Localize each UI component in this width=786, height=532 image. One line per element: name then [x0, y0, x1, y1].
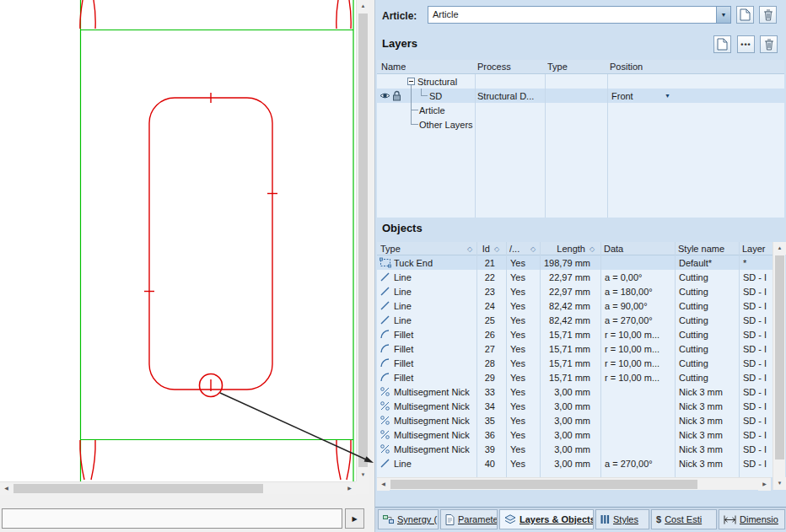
layers-column-position[interactable]: Position [610, 62, 643, 72]
object-cell-style: Nick 3 mm [679, 416, 737, 426]
parameters-icon [445, 514, 455, 525]
drawing-canvas[interactable]: ▲ ▼ ◀ ▶ [0, 0, 369, 494]
objects-vertical-scrollbar[interactable]: ▲ ▼ [773, 242, 785, 490]
object-cell-type: Fillet [394, 373, 475, 383]
objects-column-header-layer[interactable]: Layer [742, 244, 769, 254]
tab-cost-estimating[interactable]: $ Cost Esti [651, 509, 717, 529]
object-row-28[interactable]: Fillet28Yes15,71 mmr = 10,00 m...Cutting… [377, 356, 773, 370]
layer-row-article[interactable]: Article [419, 105, 445, 116]
sort-icon[interactable]: ◇ [467, 245, 472, 253]
object-cell-data: a = 270,00° [605, 459, 673, 469]
tab-layers-objects[interactable]: Layers & Objects [499, 509, 594, 529]
layers-column-name[interactable]: Name [381, 62, 406, 72]
lock-icon[interactable] [392, 90, 401, 103]
canvas-background [0, 0, 356, 481]
object-row-24[interactable]: Line24Yes82,42 mma = 90,00°CuttingSD - I [377, 298, 773, 313]
scroll-right-icon[interactable]: ▶ [758, 478, 771, 491]
chevron-down-icon[interactable]: ▼ [716, 7, 730, 23]
canvas-vertical-scrollbar[interactable]: ▲ ▼ [356, 0, 369, 481]
status-input[interactable] [2, 508, 342, 529]
objects-column-header-style[interactable]: Style name [678, 244, 735, 254]
scroll-down-icon[interactable]: ▼ [773, 477, 786, 490]
nick-icon [380, 443, 390, 456]
tab-synergy[interactable]: Synergy ( [378, 509, 439, 529]
object-cell-length: 3,00 mm [540, 387, 590, 397]
tree-expander-structural[interactable] [407, 78, 415, 85]
delete-layer-button[interactable] [760, 35, 778, 53]
tree-line [421, 95, 428, 96]
panel-divider[interactable] [369, 0, 375, 532]
object-cell-data: a = 0,00° [605, 272, 673, 282]
canvas-vertical-scroll-thumb[interactable] [358, 13, 368, 467]
object-row-25[interactable]: Line25Yes82,42 mma = 270,00°CuttingSD - … [377, 313, 773, 327]
scroll-right-icon[interactable]: ▶ [343, 482, 356, 495]
object-cell-layer: SD - I [743, 301, 771, 311]
layer-options-button[interactable]: ••• [737, 35, 755, 53]
layer-sd-position[interactable]: Front [611, 91, 633, 101]
object-row-21[interactable]: Tuck End21Yes198,79 mmDefault** [377, 255, 773, 270]
object-row-29[interactable]: Fillet29Yes15,71 mmr = 10,00 m...Cutting… [377, 370, 773, 384]
object-cell-layer: SD - I [743, 430, 771, 440]
layers-column-process[interactable]: Process [477, 62, 511, 72]
object-cell-data: a = 180,00° [605, 287, 673, 297]
tree-line [412, 110, 418, 110]
object-row-23[interactable]: Line23Yes22,97 mma = 180,00°CuttingSD - … [377, 284, 773, 298]
object-cell-id: 25 [476, 315, 495, 325]
object-cell-style: Nick 3 mm [679, 444, 737, 454]
new-layer-button[interactable] [713, 35, 731, 53]
object-row-36[interactable]: Multisegment Nick36Yes3,00 mmNick 3 mmSD… [377, 427, 773, 442]
objects-column-header-type[interactable]: Type [380, 244, 473, 254]
tab-styles[interactable]: Styles [595, 509, 649, 529]
article-combobox[interactable]: Article ▼ [428, 6, 731, 24]
object-cell-style: Nick 3 mm [679, 430, 737, 440]
objects-horizontal-scrollbar[interactable]: ◀ ▶ [377, 477, 771, 490]
object-cell-length: 15,71 mm [540, 344, 590, 354]
new-article-button[interactable] [736, 6, 754, 24]
scroll-up-icon[interactable]: ▲ [773, 242, 786, 255]
object-cell-length: 198,79 mm [540, 258, 590, 268]
objects-horizontal-scroll-thumb[interactable] [390, 480, 697, 489]
tab-label: Styles [613, 514, 638, 524]
canvas-horizontal-scroll-thumb[interactable] [13, 484, 263, 493]
sort-icon[interactable]: ◇ [494, 245, 499, 253]
scroll-up-icon[interactable]: ▲ [357, 0, 369, 13]
object-row-40[interactable]: Line40Yes3,00 mma = 270,00°Nick 3 mmSD -… [377, 456, 773, 470]
object-cell-layer: SD - I [743, 344, 771, 354]
layer-row-structural[interactable]: Structural [417, 77, 457, 87]
objects-vertical-scroll-thumb[interactable] [775, 255, 784, 459]
grid-line [506, 242, 507, 477]
object-row-27[interactable]: Fillet27Yes15,71 mmr = 10,00 m...Cutting… [377, 341, 773, 356]
layers-column-type[interactable]: Type [547, 62, 568, 72]
chevron-down-icon[interactable]: ▼ [665, 93, 670, 99]
object-cell-shown: Yes [510, 373, 538, 383]
tab-parameters[interactable]: Paramete [440, 509, 498, 529]
objects-column-header-length[interactable]: Length [540, 244, 585, 254]
scroll-left-icon[interactable]: ◀ [0, 482, 13, 495]
objects-column-header-data[interactable]: Data [604, 244, 671, 254]
object-row-33[interactable]: Multisegment Nick33Yes3,00 mmNick 3 mmSD… [377, 384, 773, 399]
layer-row-sd[interactable]: SD [429, 91, 442, 101]
sort-icon[interactable]: ◇ [530, 245, 536, 253]
sort-icon[interactable]: ◇ [590, 245, 595, 253]
delete-article-button[interactable] [759, 6, 777, 24]
status-go-button[interactable]: ▶ [345, 508, 364, 529]
scroll-left-icon[interactable]: ◀ [377, 478, 390, 491]
canvas-horizontal-scrollbar[interactable]: ◀ ▶ [0, 481, 356, 494]
object-cell-id: 39 [476, 444, 495, 454]
object-row-26[interactable]: Fillet26Yes15,71 mmr = 10,00 m...Cutting… [377, 327, 773, 341]
layer-row-other-layers[interactable]: Other Layers [419, 120, 473, 130]
tree-line [411, 85, 412, 125]
eye-icon[interactable] [380, 90, 390, 103]
grid-line [739, 242, 740, 477]
scroll-down-icon[interactable]: ▼ [357, 469, 369, 481]
object-row-22[interactable]: Line22Yes22,97 mma = 0,00°CuttingSD - I [377, 270, 773, 284]
objects-column-header-id[interactable]: Id [476, 244, 490, 254]
object-cell-data: a = 270,00° [605, 315, 673, 325]
object-cell-style: Cutting [679, 272, 737, 282]
object-row-35[interactable]: Multisegment Nick35Yes3,00 mmNick 3 mmSD… [377, 413, 773, 427]
object-row-34[interactable]: Multisegment Nick34Yes3,00 mmNick 3 mmSD… [377, 399, 773, 413]
object-row-39[interactable]: Multisegment Nick39Yes3,00 mmNick 3 mmSD… [377, 442, 773, 456]
object-cell-layer: SD - I [743, 459, 771, 469]
design-drawing[interactable] [0, 0, 356, 481]
tab-dimensions[interactable]: Dimensio [719, 509, 785, 529]
